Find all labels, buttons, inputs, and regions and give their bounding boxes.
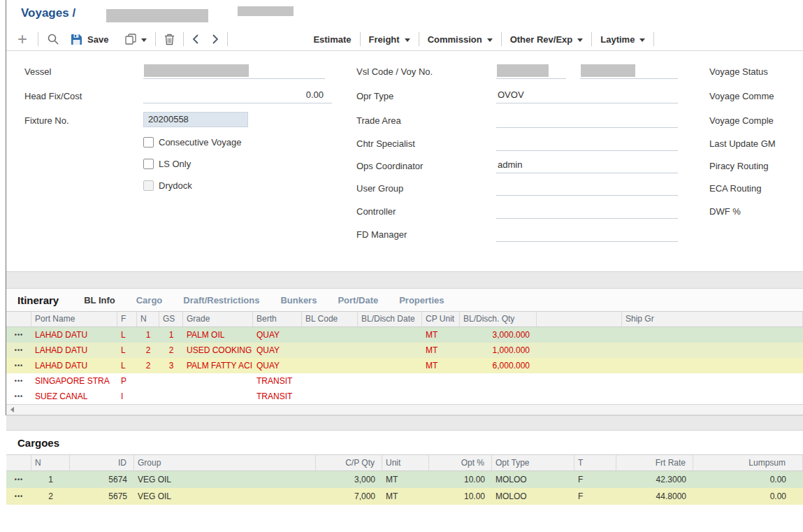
col-group[interactable]: Group (134, 455, 316, 470)
row-menu-button[interactable]: ••• (6, 389, 31, 404)
itinerary-section-bar: Itinerary BL Info Cargo Draft/Restrictio… (6, 289, 803, 311)
head-fix-cost-field[interactable]: 0.00 (143, 88, 332, 103)
next-voyage-button[interactable] (212, 34, 219, 45)
save-button[interactable]: Save (71, 34, 108, 45)
consecutive-voyage-checkbox[interactable]: Consecutive Voyage (143, 137, 242, 148)
col-grade[interactable]: Grade (183, 312, 253, 326)
row-menu-button[interactable]: ••• (6, 373, 31, 389)
row-menu-button[interactable]: ••• (6, 358, 31, 373)
col-t[interactable]: T (574, 455, 616, 470)
cell-berth: QUAY (253, 343, 302, 358)
itinerary-table-header: Port Name F N GS Grade Berth BL Code BL/… (6, 311, 803, 327)
cell-port-name: LAHAD DATU (31, 358, 117, 373)
cell-n (137, 373, 159, 389)
cell-bl-disch-qty: 6,000.000 (460, 358, 537, 373)
cell-cp-qty: 7,000 (316, 488, 382, 505)
fixture-no-field[interactable]: 20200558 (143, 112, 248, 127)
itinerary-row[interactable]: ••• SUEZ CANAL I TRANSIT (6, 389, 803, 404)
toolbar-separator (419, 32, 419, 46)
itinerary-horizontal-scrollbar[interactable] (6, 404, 803, 415)
itinerary-row[interactable]: ••• LAHAD DATU L 2 3 PALM FATTY ACI QUAY… (6, 358, 803, 373)
col-lumpsum[interactable]: Lumpsum (693, 455, 803, 470)
voy-no-field[interactable] (580, 64, 678, 79)
opr-type-field[interactable]: OVOV (496, 88, 678, 103)
itinerary-row[interactable]: ••• LAHAD DATU L 1 1 PALM OIL QUAY MT 3,… (6, 327, 803, 343)
add-voyage-button[interactable]: + (15, 29, 29, 49)
tab-cargo[interactable]: Cargo (136, 295, 163, 305)
row-menu-button[interactable]: ••• (6, 327, 31, 343)
itinerary-row[interactable]: ••• SINGAPORE STRA P TRANSIT (6, 373, 803, 389)
row-menu-button[interactable]: ••• (6, 343, 31, 358)
commission-menu-button[interactable]: Commission (428, 34, 493, 45)
vessel-field[interactable] (143, 64, 325, 79)
toolbar-separator (501, 32, 502, 46)
tab-draft-restrictions[interactable]: Draft/Restrictions (183, 295, 259, 305)
col-bl-disch-qty[interactable]: BL/Disch. Qty (460, 312, 537, 326)
cell-berth: TRANSIT (253, 389, 302, 404)
cell-cp-unit: MT (422, 358, 460, 373)
trade-area-field[interactable] (496, 113, 678, 128)
col-cp-unit[interactable]: CP Unit (422, 312, 460, 326)
col-n[interactable]: N (137, 312, 159, 326)
col-unit[interactable]: Unit (382, 455, 429, 470)
estimate-button[interactable]: Estimate (313, 34, 351, 45)
ls-only-checkbox[interactable]: LS Only (143, 159, 191, 169)
col-frt-rate[interactable]: Frt Rate (616, 455, 693, 470)
col-bl-disch-date[interactable]: BL/Disch Date (358, 312, 422, 326)
freight-label: Freight (369, 34, 400, 45)
freight-menu-button[interactable]: Freight (369, 34, 410, 45)
chevron-down-icon (487, 38, 493, 42)
col-opt-type[interactable]: Opt Type (492, 455, 574, 470)
tab-port-date[interactable]: Port/Date (338, 295, 378, 305)
user-group-field[interactable] (496, 180, 678, 196)
controller-field[interactable] (496, 203, 678, 219)
col-berth[interactable]: Berth (253, 312, 302, 326)
vsl-code-field[interactable] (496, 64, 566, 79)
col-n[interactable]: N (31, 455, 70, 470)
delete-button[interactable] (164, 34, 175, 45)
section-splitter[interactable] (6, 415, 803, 431)
col-opt-pct[interactable]: Opt % (429, 455, 492, 470)
chtr-specialist-field[interactable] (496, 136, 678, 151)
ops-coordinator-field[interactable]: admin (496, 158, 678, 173)
col-f[interactable]: F (117, 312, 137, 326)
duplicate-voyage-button[interactable] (125, 34, 147, 45)
cell-spacer (537, 373, 622, 389)
redacted-voyage-info (238, 6, 294, 16)
tab-bunkers[interactable]: Bunkers (280, 295, 317, 305)
col-ship-gr[interactable]: Ship Gr (622, 312, 803, 326)
other-rev-exp-menu-button[interactable]: Other Rev/Exp (510, 34, 584, 45)
col-gs[interactable]: GS (159, 312, 183, 326)
controller-label: Controller (356, 206, 396, 217)
col-id[interactable]: ID (70, 455, 134, 470)
row-menu-button[interactable]: ••• (6, 488, 31, 505)
cargo-row[interactable]: ••• 2 5675 VEG OIL 7,000 MT 10.00 MOLOO … (6, 488, 803, 505)
row-menu-button[interactable]: ••• (6, 471, 31, 488)
save-label: Save (87, 34, 108, 45)
cell-berth: QUAY (253, 358, 302, 373)
col-cp-qty[interactable]: C/P Qty (316, 455, 382, 470)
search-button[interactable] (47, 33, 59, 45)
tab-bl-info[interactable]: BL Info (84, 295, 115, 305)
col-bl-code[interactable]: BL Code (302, 312, 358, 326)
itinerary-row[interactable]: ••• LAHAD DATU L 2 2 USED COOKING QUAY M… (6, 343, 803, 358)
previous-voyage-button[interactable] (192, 34, 199, 45)
tab-properties[interactable]: Properties (399, 295, 444, 305)
laytime-menu-button[interactable]: Laytime (600, 34, 645, 45)
cell-ship-gr (622, 343, 803, 358)
drydock-label: Drydock (159, 180, 192, 191)
toolbar-separator (227, 32, 228, 46)
scroll-left-button[interactable] (6, 405, 17, 415)
cell-ship-gr (622, 373, 803, 389)
chevron-down-icon (639, 38, 645, 42)
fixture-no-label: Fixture No. (24, 115, 69, 126)
cargo-row[interactable]: ••• 1 5674 VEG OIL 3,000 MT 10.00 MOLOO … (6, 471, 803, 488)
cell-cp-qty: 3,000 (316, 471, 382, 488)
last-update-gmt-label: Last Update GM (709, 138, 776, 149)
fd-manager-field[interactable] (496, 227, 678, 242)
section-splitter[interactable] (6, 271, 803, 289)
cargoes-title: Cargoes (17, 437, 59, 449)
ops-coordinator-label: Ops Coordinator (356, 161, 423, 171)
drydock-checkbox: Drydock (143, 180, 192, 191)
col-port-name[interactable]: Port Name (31, 312, 117, 326)
